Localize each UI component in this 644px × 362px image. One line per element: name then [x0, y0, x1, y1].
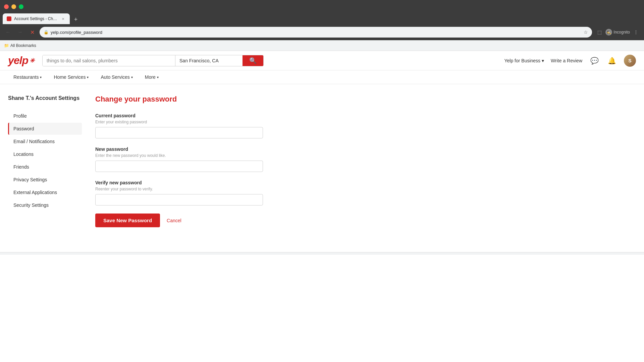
verify-password-hint: Reenter your password to verify.	[95, 187, 361, 191]
security-lock-icon: 🔒	[44, 30, 49, 35]
yelp-search-bar: 🔍	[42, 55, 264, 66]
new-password-label: New password	[95, 146, 361, 152]
new-password-input[interactable]	[95, 161, 263, 172]
sidebar: Shane T.'s Account Settings Profile Pass…	[8, 95, 82, 227]
current-password-hint: Enter your existing password	[95, 120, 361, 124]
home-services-chevron-icon: ▾	[87, 75, 89, 79]
yelp-for-business-label: Yelp for Business	[504, 58, 540, 63]
extensions-button[interactable]: ⋮	[631, 27, 641, 37]
nav-home-services[interactable]: Home Services ▾	[48, 70, 94, 84]
save-new-password-button[interactable]: Save New Password	[95, 214, 160, 227]
window-minimize-button[interactable]	[11, 4, 16, 9]
window-maximize-button[interactable]	[19, 4, 23, 9]
yelp-logo-text: yelp	[8, 54, 28, 67]
yelp-nav: Restaurants ▾ Home Services ▾ Auto Servi…	[0, 70, 644, 84]
window-controls	[4, 4, 23, 9]
bookmark-star-icon[interactable]: ☆	[584, 29, 588, 35]
url-input[interactable]	[51, 30, 582, 35]
form-actions: Save New Password Cancel	[95, 214, 361, 227]
main-content: Change your password Current password En…	[95, 95, 361, 227]
search-button[interactable]: 🔍	[243, 55, 263, 66]
address-bar[interactable]: 🔒 ☆	[40, 27, 592, 38]
cancel-link[interactable]: Cancel	[167, 218, 181, 223]
search-what-input[interactable]	[43, 55, 175, 66]
reload-button[interactable]: ✕	[28, 27, 37, 37]
forward-button[interactable]: →	[15, 27, 25, 37]
cast-button[interactable]: ⬚	[595, 27, 604, 37]
current-password-section: Current password Enter your existing pas…	[95, 113, 361, 138]
sidebar-item-friends[interactable]: Friends	[8, 161, 82, 173]
sidebar-item-profile[interactable]: Profile	[8, 110, 82, 122]
verify-password-input[interactable]	[95, 194, 263, 205]
incognito-badge: 🕵 Incognito	[605, 29, 630, 36]
tab-bar: Account Settings - Change You... ✕ +	[0, 13, 644, 24]
yelp-page: yelp✳ 🔍 Yelp for Business ▾ Write a Revi…	[0, 51, 644, 252]
nav-more[interactable]: More ▾	[140, 70, 164, 84]
current-password-label: Current password	[95, 113, 361, 118]
browser-chrome: Account Settings - Change You... ✕ + ← →…	[0, 0, 644, 51]
messages-icon[interactable]: 💬	[589, 55, 600, 66]
sidebar-item-password[interactable]: Password	[8, 123, 82, 135]
search-icon: 🔍	[249, 57, 257, 64]
search-where-input[interactable]	[175, 55, 243, 66]
header-actions: Yelp for Business ▾ Write a Review 💬 🔔 S	[504, 55, 636, 67]
current-password-input[interactable]	[95, 127, 263, 138]
browser-toolbar: ← → ✕ 🔒 ☆ ⬚ 🕵 Incognito ⋮	[0, 24, 644, 40]
yelp-header: yelp✳ 🔍 Yelp for Business ▾ Write a Revi…	[0, 51, 644, 70]
yelp-logo-burst-icon: ✳	[30, 57, 34, 64]
sidebar-item-email-notifications[interactable]: Email / Notifications	[8, 135, 82, 147]
sidebar-item-security-settings[interactable]: Security Settings	[8, 199, 82, 211]
back-button[interactable]: ←	[3, 27, 13, 37]
auto-services-chevron-icon: ▾	[131, 75, 133, 79]
page-content: Shane T.'s Account Settings Profile Pass…	[0, 84, 369, 238]
write-review-link[interactable]: Write a Review	[551, 58, 582, 63]
tab-title: Account Settings - Change You...	[14, 16, 58, 21]
user-avatar[interactable]: S	[624, 55, 636, 67]
new-tab-button[interactable]: +	[71, 15, 80, 24]
toolbar-actions: ⬚ 🕵 Incognito ⋮	[595, 27, 641, 37]
active-tab[interactable]: Account Settings - Change You... ✕	[3, 13, 70, 24]
nav-auto-services[interactable]: Auto Services ▾	[95, 70, 138, 84]
sidebar-item-locations[interactable]: Locations	[8, 148, 82, 160]
sidebar-item-external-applications[interactable]: External Applications	[8, 186, 82, 198]
yelp-for-business-chevron-icon: ▾	[542, 58, 544, 63]
verify-password-section: Verify new password Reenter your passwor…	[95, 180, 361, 205]
new-password-hint: Enter the new password you would like.	[95, 153, 361, 158]
tab-close-button[interactable]: ✕	[60, 16, 66, 21]
restaurants-chevron-icon: ▾	[40, 75, 42, 79]
tab-favicon-icon	[7, 16, 11, 21]
more-chevron-icon: ▾	[157, 75, 159, 79]
window-close-button[interactable]	[4, 4, 9, 9]
new-password-section: New password Enter the new password you …	[95, 146, 361, 172]
nav-restaurants[interactable]: Restaurants ▾	[8, 70, 47, 84]
incognito-label: Incognito	[613, 30, 630, 35]
browser-scrollbar-area	[0, 252, 644, 255]
verify-password-label: Verify new password	[95, 180, 361, 185]
notifications-icon[interactable]: 🔔	[606, 55, 617, 66]
bookmarks-bar: 📁 All Bookmarks	[0, 40, 644, 51]
page-heading: Change your password	[95, 95, 361, 104]
sidebar-item-privacy-settings[interactable]: Privacy Settings	[8, 174, 82, 186]
sidebar-title: Shane T.'s Account Settings	[8, 95, 82, 102]
bookmarks-label: All Bookmarks	[10, 43, 36, 48]
bookmarks-folder-icon: 📁	[4, 43, 9, 48]
browser-titlebar	[0, 0, 644, 13]
incognito-icon: 🕵	[605, 29, 612, 36]
yelp-logo[interactable]: yelp✳	[8, 54, 34, 67]
yelp-for-business-link[interactable]: Yelp for Business ▾	[504, 58, 544, 63]
